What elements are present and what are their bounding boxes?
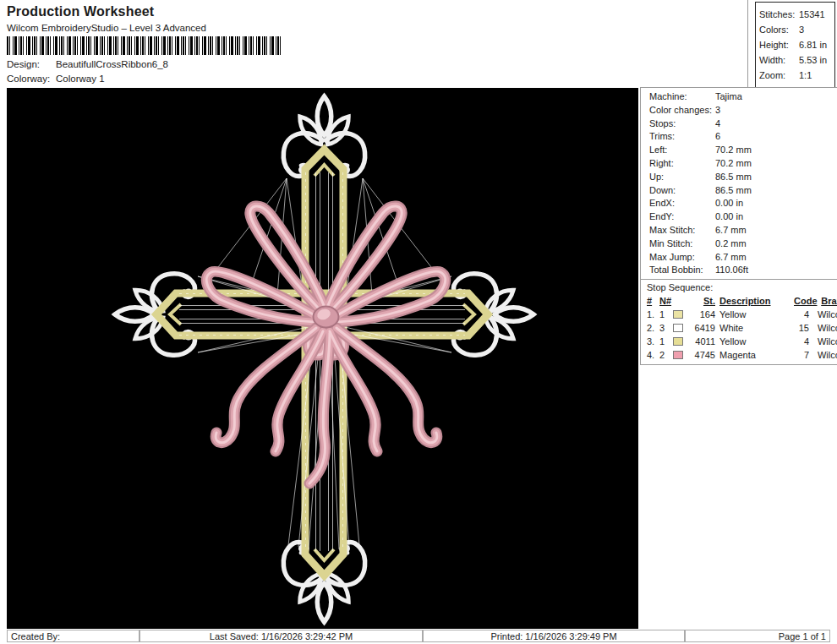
summary-row-value: 1:1 [799,68,812,83]
seq-swatch-cell [673,310,690,319]
seq-description: Yellow [715,309,794,319]
machine-row: Machine:Tajima [641,90,837,104]
machine-row-value: 4 [715,117,720,131]
machine-row-label: Max Stitch: [649,224,715,237]
machine-row-value: 86.5 mm [715,171,752,184]
stop-sequence-block: Stop Sequence: # N# St. Description Code… [641,279,837,365]
machine-row: EndX:0.00 in [641,197,837,210]
seq-description: White [715,323,794,333]
summary-row: Height:6.81 in [756,37,834,52]
seq-num: 1. [647,309,659,319]
machine-row-label: EndX: [649,197,715,210]
machine-row: Left:70.2 mm [641,144,837,157]
seq-brand: Wilcom [809,336,837,347]
thread-color-swatch [673,324,683,332]
seq-code: 7 [794,350,809,360]
stop-sequence-header: # N# St. Description Code Brand [641,294,837,308]
col-brand: Brand [809,296,837,306]
design-value: BeautifullCrossRibbon6_8 [56,59,168,69]
col-num: # [647,296,659,306]
summary-row-label: Stitches: [759,7,799,22]
machine-row-value: 0.00 in [715,210,743,224]
footer-printed: Printed: 1/16/2026 3:29:49 PM [423,630,685,642]
summary-row-value: 15341 [799,7,825,22]
machine-panel-rows: Machine:TajimaColor changes:3Stops:4Trim… [641,88,837,279]
machine-row: Right:70.2 mm [641,157,837,171]
summary-row-value: 6.81 in [799,37,827,52]
machine-row: Color changes:3 [641,104,837,117]
seq-brand: Wilcom [809,323,837,333]
machine-row: Down:86.5 mm [641,184,837,198]
stop-sequence-row: 2.36419White15Wilcom [641,321,837,335]
summary-row-value: 5.53 in [799,52,827,68]
production-worksheet-page: Production Worksheet Wilcom EmbroiderySt… [0,0,837,644]
thread-color-swatch [673,310,683,319]
machine-row-label: Right: [649,157,715,171]
machine-row-label: Up: [649,171,715,184]
machine-panel: Machine:TajimaColor changes:3Stops:4Trim… [640,87,837,365]
seq-brand: Wilcom [809,350,837,360]
thread-color-swatch [673,337,683,346]
colorway-row: Colorway: Colorway 1 [7,74,105,84]
machine-row-label: Max Jump: [649,251,715,265]
machine-row-value: 3 [715,104,720,117]
footer-last-saved: Last Saved: 1/16/2026 3:29:42 PM [140,630,423,642]
seq-stitch-code: 6419 [690,323,715,333]
stop-sequence-row: 4.24745Magenta7Wilcom [641,348,837,362]
summary-row-label: Height: [759,37,799,52]
machine-row-value: 110.06ft [715,264,748,277]
header-divider [747,0,748,87]
design-canvas [7,88,638,629]
ribbon-knot [314,307,339,328]
seq-stitch-code: 4011 [690,336,715,347]
machine-row: Trims:6 [641,130,837,144]
seq-needle: 1 [659,336,673,347]
machine-row-label: Min Stitch: [649,237,715,251]
machine-row: Total Bobbin:110.06ft [641,264,837,277]
summary-row: Width:5.53 in [756,52,834,68]
summary-row-label: Zoom: [759,68,799,83]
machine-row-value: 0.00 in [715,197,743,210]
seq-needle: 1 [659,309,673,319]
seq-swatch-cell [673,337,690,346]
barcode-image [7,36,283,55]
colorway-label: Colorway: [7,74,56,84]
seq-num: 2. [647,323,659,333]
col-code: Code [794,296,809,306]
machine-row-value: 86.5 mm [715,184,752,198]
machine-row-value: 6 [715,130,720,144]
machine-row-label: Color changes: [649,104,715,117]
machine-row: Min Stitch:0.2 mm [641,237,837,251]
seq-stitch-code: 164 [690,309,715,319]
seq-code: 15 [794,323,809,333]
machine-row-value: Tajima [715,90,742,104]
summary-row-label: Width: [759,52,799,68]
machine-row: Max Jump:6.7 mm [641,251,837,265]
stop-sequence-row: 3.14011Yellow4Wilcom [641,335,837,348]
machine-row-value: 70.2 mm [715,144,752,157]
seq-description: Magenta [715,350,794,360]
col-n: N# [659,296,673,306]
seq-brand: Wilcom [809,309,837,319]
summary-row-value: 3 [799,22,804,37]
summary-row: Colors:3 [756,22,834,37]
embroidery-preview [7,88,638,629]
page-title: Production Worksheet [7,4,154,19]
machine-row-label: EndY: [649,210,715,224]
machine-row: EndY:0.00 in [641,210,837,224]
footer-page: Page 1 of 1 [685,630,830,642]
design-row: Design: BeautifullCrossRibbon6_8 [7,59,168,69]
thread-color-swatch [673,351,683,359]
col-description: Description [715,296,794,306]
colorway-value: Colorway 1 [56,74,105,84]
machine-row: Stops:4 [641,117,837,131]
stop-sequence-rows: 1.1164Yellow4Wilcom2.36419White15Wilcom3… [641,308,837,362]
seq-stitch-code: 4745 [690,350,715,360]
seq-swatch-cell [673,324,690,332]
seq-code: 4 [794,309,809,319]
seq-description: Yellow [715,336,794,347]
seq-needle: 3 [659,323,673,333]
summary-row: Zoom:1:1 [756,68,834,83]
machine-row-value: 6.7 mm [715,224,747,237]
seq-num: 4. [647,350,659,360]
